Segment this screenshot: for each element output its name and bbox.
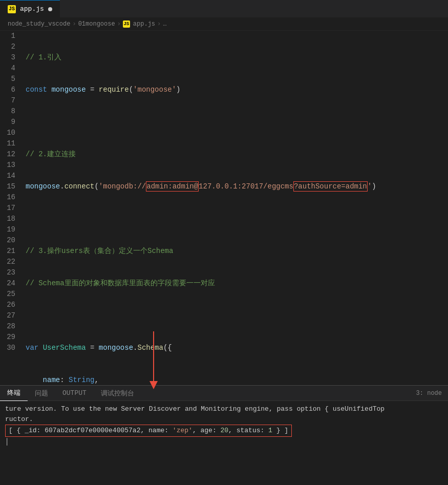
line-num: 15 xyxy=(5,181,15,192)
line-numbers: 1 2 3 4 5 6 7 8 9 10 11 12 13 14 15 16 1… xyxy=(0,31,23,385)
line-num: 26 xyxy=(5,300,15,310)
line-num: 20 xyxy=(5,235,15,246)
terminal-cursor: │ xyxy=(5,437,443,447)
line-num: 18 xyxy=(5,214,15,224)
line-num: 1 xyxy=(5,31,15,41)
terminal-output-data: [ { _id: 607ab2dcf07e0000e40057a2, name:… xyxy=(5,425,443,437)
terminal-data-highlight: [ { _id: 607ab2dcf07e0000e40057a2, name:… xyxy=(5,425,292,437)
tab-filename: app.js xyxy=(20,5,44,13)
line-num: 24 xyxy=(5,278,15,289)
code-line-5: mongoose.connect('mongodb://admin:admin@… xyxy=(26,181,448,192)
line-num: 10 xyxy=(5,128,15,138)
code-line-9 xyxy=(26,310,448,321)
terminal-tabs: 终端 问题 OUTPUT 调试控制台 3: node xyxy=(0,386,448,401)
line-num: 22 xyxy=(5,257,15,267)
code-lines[interactable]: // 1.引入 const mongoose = require('mongoo… xyxy=(23,31,448,385)
tab-modified-dot xyxy=(48,7,52,11)
line-num: 29 xyxy=(5,332,15,343)
code-line-8: // Schema里面的对象和数据库里面表的字段需要一一对应 xyxy=(26,278,448,289)
breadcrumb-sep2: › xyxy=(117,20,121,28)
breadcrumb: node_study_vscode › 01mongoose › JS app.… xyxy=(0,18,448,31)
tab-bar: JS app.js xyxy=(0,0,448,18)
line-num: 2 xyxy=(5,41,15,52)
line-num: 4 xyxy=(5,63,15,74)
line-num: 23 xyxy=(5,267,15,278)
line-num: 13 xyxy=(5,160,15,171)
tab-appjs[interactable]: JS app.js xyxy=(0,0,60,18)
terminal-output-line2: ructor. xyxy=(5,414,443,425)
app-container: JS app.js node_study_vscode › 01mongoose… xyxy=(0,0,448,485)
js-icon: JS xyxy=(8,5,16,13)
terminal-container: 终端 问题 OUTPUT 调试控制台 3: node ture version.… xyxy=(0,385,448,485)
code-line-7: // 3.操作users表（集合）定义一个Schema xyxy=(26,246,448,257)
line-num: 7 xyxy=(5,95,15,106)
line-num: 21 xyxy=(5,246,15,257)
breadcrumb-sep3: › xyxy=(157,20,161,28)
line-num: 6 xyxy=(5,85,15,95)
terminal-tabs-left: 终端 问题 OUTPUT 调试控制台 xyxy=(0,386,141,400)
breadcrumb-js-icon: JS xyxy=(123,20,130,28)
line-num: 5 xyxy=(5,74,15,85)
code-line-11: name: String, xyxy=(26,375,448,385)
breadcrumb-part1: node_study_vscode xyxy=(8,20,70,28)
code-line-3 xyxy=(26,117,448,128)
line-num: 12 xyxy=(5,149,15,160)
line-num: 30 xyxy=(5,343,15,353)
line-num: 11 xyxy=(5,138,15,149)
line-num: 27 xyxy=(5,310,15,321)
code-line-1: // 1.引入 xyxy=(26,52,448,63)
line-num: 14 xyxy=(5,171,15,181)
terminal-tab-output[interactable]: OUTPUT xyxy=(55,386,94,401)
line-num: 25 xyxy=(5,289,15,300)
terminal-tab-debug[interactable]: 调试控制台 xyxy=(94,386,141,401)
line-num: 17 xyxy=(5,203,15,214)
breadcrumb-sep1: › xyxy=(72,20,76,28)
breadcrumb-part3: app.js xyxy=(133,20,155,28)
line-num: 9 xyxy=(5,117,15,128)
line-num: 8 xyxy=(5,106,15,117)
terminal-output-line1: ture version. To use the new Server Disc… xyxy=(5,404,443,414)
terminal-node-label: 3: node xyxy=(410,390,448,397)
code-line-2: const mongoose = require('mongoose') xyxy=(26,85,448,95)
terminal-tab-problems[interactable]: 问题 xyxy=(28,386,55,401)
breadcrumb-part2: 01mongoose xyxy=(78,20,115,28)
code-line-6 xyxy=(26,214,448,224)
code-line-4: // 2.建立连接 xyxy=(26,149,448,160)
line-num: 19 xyxy=(5,224,15,235)
line-num: 3 xyxy=(5,52,15,63)
code-editor: 1 2 3 4 5 6 7 8 9 10 11 12 13 14 15 16 1… xyxy=(0,31,448,385)
code-area: 1 2 3 4 5 6 7 8 9 10 11 12 13 14 15 16 1… xyxy=(0,31,448,385)
line-num: 16 xyxy=(5,192,15,203)
line-num: 28 xyxy=(5,321,15,332)
code-line-10: var UserSchema = mongoose.Schema({ xyxy=(26,343,448,353)
terminal-tab-terminal[interactable]: 终端 xyxy=(0,386,28,401)
terminal-content[interactable]: ture version. To use the new Server Disc… xyxy=(0,401,448,485)
breadcrumb-part4: … xyxy=(163,20,166,28)
